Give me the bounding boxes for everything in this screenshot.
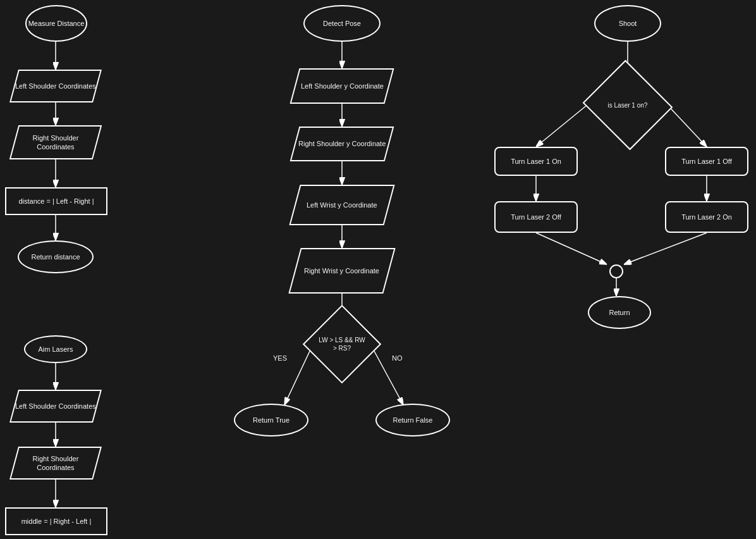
middle-formula-node: middle = | Right - Left | [5, 507, 107, 535]
turn-laser2-off-node: Turn Laser 2 Off [494, 201, 578, 233]
return-distance-node: Return distance [18, 240, 94, 273]
left-shoulder-coord2-node: Left Shoulder Coordinates [9, 390, 102, 423]
return-false-node: Return False [375, 404, 450, 437]
no-label: NO [392, 354, 403, 362]
flowchart: YES NO Measure Distance Left Shoulder Co… [0, 0, 756, 539]
return-node: Return [588, 296, 651, 329]
svg-line-17 [667, 104, 707, 147]
measure-distance-node: Measure Distance [25, 5, 87, 42]
shoot-node: Shoot [594, 5, 661, 42]
distance-formula-node: distance = | Left - Right | [5, 187, 107, 215]
condition-node: LW > LS && RW > RS? [303, 305, 381, 383]
detect-pose-node: Detect Pose [303, 5, 381, 42]
return-true-node: Return True [234, 404, 308, 437]
right-shoulder-coord2-node: Right Shoulder Coordinates [9, 447, 102, 480]
turn-laser1-off-node: Turn Laser 1 Off [665, 147, 748, 176]
aim-lasers-node: Aim Lasers [24, 335, 87, 363]
left-shoulder-coord1-node: Left Shoulder Coordinates [9, 70, 102, 102]
turn-laser2-on-node: Turn Laser 2 On [665, 201, 748, 233]
svg-line-21 [624, 233, 707, 264]
left-shoulder-y-node: Left Shoulder y Coordinate [290, 68, 394, 104]
right-wrist-y-node: Right Wrist y Coordinate [288, 248, 395, 294]
turn-laser1-on-node: Turn Laser 1 On [494, 147, 578, 176]
right-shoulder-coord1-node: Right Shoulder Coordinates [9, 125, 102, 159]
left-wrist-y-node: Left Wrist y Coordinate [289, 185, 394, 225]
is-laser1-node: is Laser 1 on? [583, 60, 673, 151]
svg-line-16 [536, 104, 588, 147]
merge-circle [609, 264, 623, 278]
yes-label: YES [273, 354, 287, 362]
svg-line-13 [284, 351, 310, 405]
svg-line-20 [536, 233, 607, 264]
right-shoulder-y-node: Right Shoulder y Coordinate [290, 127, 394, 161]
